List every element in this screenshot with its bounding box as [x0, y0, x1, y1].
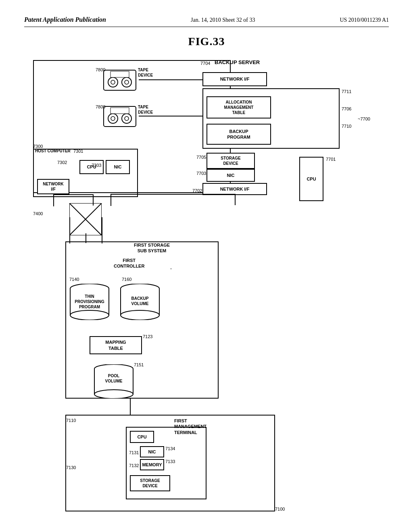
ref-7700: ~7700	[358, 116, 370, 121]
page: Patent Application Publication Jan. 14, …	[0, 0, 413, 532]
svg-point-10	[125, 116, 129, 121]
tape-device-2-label: TAPEDEVICE	[138, 104, 153, 115]
figure-title: FIG.33	[24, 35, 389, 48]
svg-point-22	[70, 310, 109, 320]
ref-7302: 7302	[57, 160, 67, 165]
first-controller-label: FIRSTCONTROLLER	[114, 258, 144, 269]
header-date-sheet: Jan. 14, 2010 Sheet 32 of 33	[191, 17, 255, 23]
svg-point-32	[94, 390, 133, 399]
network-symbol	[69, 203, 102, 235]
svg-rect-11	[111, 108, 129, 114]
ref-7301: 7301	[73, 149, 83, 154]
nic-mt-box: NIC	[140, 446, 164, 457]
ref-7400: 7400	[33, 211, 43, 216]
nic-bs-box: NIC	[206, 169, 255, 182]
cpu-bs-box: CPU	[299, 157, 323, 201]
ref-7800-2: 7800	[96, 104, 105, 109]
svg-point-4	[125, 80, 129, 84]
ref-7110: 7110	[66, 418, 76, 423]
svg-point-9	[111, 116, 115, 121]
mapping-table-box: MAPPINGTABLE	[90, 336, 142, 354]
ref-7706: 7706	[342, 106, 351, 111]
ref-7160: 7160	[122, 277, 131, 282]
backup-volume-cylinder: BACKUPVOLUME	[120, 284, 160, 322]
tape-device-1	[102, 68, 138, 92]
ref-7300: 7300	[33, 144, 43, 149]
header-patent-number: US 2010/0011239 A1	[340, 17, 389, 23]
memory-mt-box: MEMORY	[140, 459, 164, 470]
header-publication-label: Patent Application Publication	[24, 16, 106, 23]
cpu-mt-box: CPU	[130, 431, 154, 443]
diagram-area: BACKUP SERVER 7704 ~7700 NETWORK I/F MEM…	[33, 60, 380, 515]
ref-7130: 7130	[66, 465, 76, 470]
ref-7303: 7303	[92, 163, 101, 168]
storage-device-bs-box: STORAGEDEVICE	[206, 153, 255, 169]
storage-device-mt-box: STORAGEDEVICE	[130, 475, 170, 491]
svg-rect-5	[111, 71, 129, 77]
ref-7702: 7702	[192, 188, 202, 193]
ref-7133: 7133	[165, 459, 175, 464]
pool-volume-cylinder: POOLVOLUME	[94, 364, 134, 400]
tape-device-2	[102, 104, 138, 129]
backup-server-label: BACKUP SERVER	[215, 59, 260, 65]
network-if-bs-box: NETWORK I/F	[202, 183, 267, 195]
nic-hc-box: NIC	[106, 160, 130, 174]
network-if-box: NETWORK I/F	[202, 72, 267, 86]
ref-7151: 7151	[134, 362, 144, 367]
ref-7704: 7704	[200, 61, 210, 66]
first-controller-dot: .	[170, 264, 172, 271]
ref-7705: 7705	[196, 155, 206, 160]
ref-7140: 7140	[69, 277, 79, 282]
ref-7703: 7703	[196, 171, 206, 176]
ref-7800-1: 7800	[96, 67, 105, 72]
ref-7100: 7100	[275, 507, 285, 511]
thin-provisioning-cylinder: THINPROVISIONINGPROGRAM	[69, 284, 110, 322]
svg-point-3	[111, 80, 115, 84]
network-if-hc-box: NETWORKI/F	[37, 179, 69, 194]
ref-7123: 7123	[143, 334, 152, 339]
alloc-mgmt-table-box: ALLOCATIONMANAGEMENTTABLE	[206, 96, 271, 118]
ref-7711: 7711	[342, 89, 351, 94]
host-computer-label: HOST COMPUTER	[35, 149, 71, 153]
page-header: Patent Application Publication Jan. 14, …	[24, 16, 389, 27]
backup-program-box: BACKUPPROGRAM	[206, 124, 271, 145]
ref-7131: 7131	[129, 450, 139, 455]
ref-7710: 7710	[342, 124, 351, 129]
first-storage-sub-label: FIRST STORAGESUB SYSTEM	[134, 242, 170, 254]
svg-point-27	[121, 310, 159, 320]
ref-7134: 7134	[165, 446, 175, 451]
ref-7701: 7701	[326, 157, 336, 162]
ref-7132: 7132	[129, 463, 139, 468]
tape-device-1-label: TAPEDEVICE	[138, 67, 153, 78]
